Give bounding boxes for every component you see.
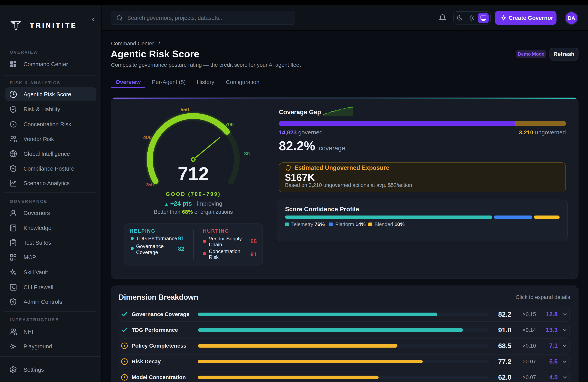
svg-text:700: 700 bbox=[225, 122, 233, 127]
svg-text:400: 400 bbox=[143, 134, 151, 140]
svg-text:550: 550 bbox=[180, 106, 189, 112]
svg-text:80: 80 bbox=[244, 151, 250, 157]
